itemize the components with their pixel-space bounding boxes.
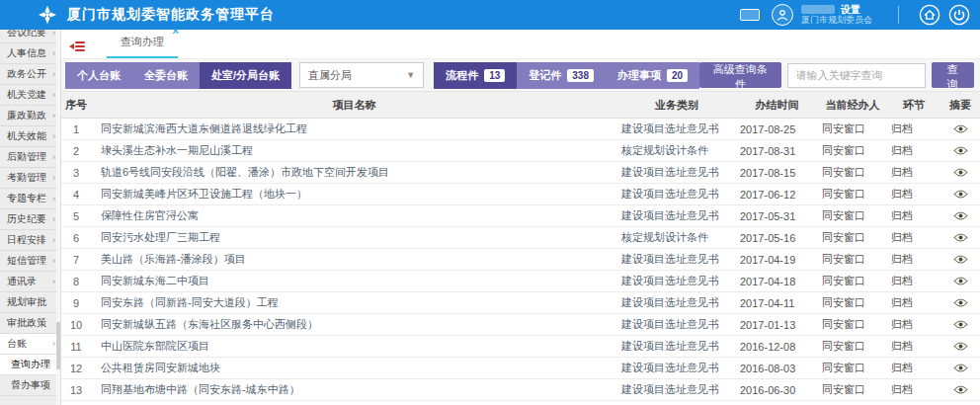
table-row[interactable]: 2埭头溪生态补水一期尼山溪工程核定规划设计条件2017-08-31同安窗口归档 [61,140,980,162]
collapse-tabs-icon[interactable] [69,40,85,51]
cell-category: 建设项目选址意见书 [617,274,736,288]
query-button[interactable]: 查询 [932,62,974,88]
cell-project-name: 中山医院东部院区项目 [91,339,617,354]
chevron-right-icon: › [52,152,55,162]
sidebar-item[interactable]: 通讯录› [0,272,60,292]
cell-category: 建设项目选址意见书 [617,382,736,397]
table-row[interactable]: 8同安新城东海二中项目建设项目选址意见书2017-04-18同安窗口归档 [61,271,980,292]
ledger-tab-group: 个人台账全委台账处室/分局台账 [65,62,291,89]
sidebar-item[interactable]: 机关效能› [0,126,60,147]
device-icon[interactable] [740,9,760,21]
counter-button[interactable]: 登记件338 [517,62,606,89]
view-detail-eye-icon[interactable] [940,276,980,287]
user-avatar-icon[interactable] [772,4,793,26]
cell-category: 核定规划设计条件 [617,230,736,245]
cell-index: 3 [61,167,91,179]
sidebar-item[interactable]: 台账› [0,334,60,355]
sidebar-item[interactable]: 机关党建› [0,85,60,106]
cell-category: 核定规划设计条件 [617,143,736,158]
table-row[interactable]: 3轨道6号线同安段沿线（阳翟、潘涂）市政地下空间开发项目建设项目选址意见书201… [61,162,980,184]
table-row[interactable]: 13同翔基地布塘中路（同安东路-城东中路）建设项目选址意见书2016-06-30… [61,379,980,401]
view-detail-eye-icon[interactable] [940,232,980,244]
sidebar-item-label: 规划审批 [7,295,46,309]
view-detail-eye-icon[interactable] [940,363,980,374]
cell-category: 建设项目选址意见书 [617,252,736,267]
table-row[interactable]: 6同安污水处理厂三期工程核定规划设计条件2017-05-16同安窗口归档 [61,227,980,249]
table-row[interactable]: 11中山医院东部院区项目建设项目选址意见书2016-12-08同安窗口归档 [61,336,980,358]
counter-badge: 13 [484,69,505,82]
column-header: 办结时间 [736,98,818,113]
cell-date: 2017-04-18 [736,276,818,287]
sidebar-scrollbar[interactable] [56,30,60,405]
ledger-tab[interactable]: 全委台账 [132,62,200,89]
sidebar-item[interactable]: 人事信息› [0,43,60,64]
sidebar-item[interactable]: 考勤管理› [0,168,60,189]
ledger-tab[interactable]: 个人台账 [65,62,132,89]
sidebar-item[interactable]: 政务公开› [0,64,60,85]
view-detail-eye-icon[interactable] [940,384,980,396]
cell-index: 10 [61,319,91,331]
view-detail-eye-icon[interactable] [940,254,980,266]
column-header: 业务类别 [617,98,736,113]
cell-stage: 归档 [887,361,940,375]
cell-handler: 同安窗口 [818,317,887,332]
tab-close-icon[interactable]: ✕ [172,26,180,37]
view-detail-eye-icon[interactable] [940,297,980,309]
counter-button[interactable]: 流程件13 [434,62,517,89]
sidebar-item-label: 查询办理 [11,358,50,371]
cell-stage: 归档 [887,274,940,288]
cell-project-name: 公共租赁房同安新城地块 [91,361,617,375]
sidebar-item[interactable]: 规划审批 [0,292,60,313]
table-row[interactable]: 12公共租赁房同安新城地块建设项目选址意见书2016-08-03同安窗口归档 [61,358,980,379]
table-row[interactable]: 7美山路（乐海路-潘涂段）项目建设项目选址意见书2017-04-19同安窗口归档 [61,249,980,271]
sidebar-item[interactable]: 短信管理› [0,251,60,272]
column-header: 环节 [887,98,940,113]
cell-stage: 归档 [887,143,940,158]
sidebar-item[interactable]: 日程安排› [0,230,60,251]
sidebar-scrollbar-thumb[interactable] [56,322,60,369]
cell-stage: 归档 [887,165,940,180]
sidebar-item[interactable]: 审批政策 [0,313,60,334]
cell-handler: 同安窗口 [818,122,887,136]
sidebar-item[interactable]: 专题专栏› [0,189,60,209]
power-icon[interactable] [948,4,970,26]
table-row[interactable]: 5保障性住房官浔公寓建设项目选址意见书2017-05-31同安窗口归档 [61,205,980,227]
sidebar-item-label: 后勤管理 [7,150,46,164]
home-icon[interactable] [919,4,940,26]
sidebar-item[interactable]: 查询办理 [0,355,60,375]
sidebar-item[interactable]: 后勤管理› [0,147,60,168]
table-row[interactable]: 9同安东路（同新路-同安大道段）工程建设项目选址意见书2017-04-11同安窗… [61,292,980,314]
keyword-search-input[interactable] [787,63,926,88]
view-detail-eye-icon[interactable] [940,210,980,222]
table-row[interactable]: 1同安新城滨海西大道东侧道路退线绿化工程建设项目选址意见书2017-08-25同… [61,119,980,140]
counter-label: 登记件 [529,68,561,83]
advanced-query-button[interactable]: 高级查询条件 [699,62,780,88]
cell-handler: 同安窗口 [818,230,887,245]
branch-select[interactable]: 直属分局 ▼ [299,62,424,88]
ledger-tab[interactable]: 处室/分局台账 [200,62,291,89]
cell-project-name: 美山路（乐海路-潘涂段）项目 [91,252,617,267]
cell-category: 建设项目选址意见书 [617,187,736,202]
table-header-row: 序号项目名称业务类别办结时间当前经办人环节摘要 [61,92,980,119]
tab-query-processing[interactable]: 查询办理 ✕ [107,35,178,58]
settings-link[interactable]: 设置 [841,4,860,15]
filter-bar: 个人台账全委台账处室/分局台账 直属分局 ▼ 流程件13登记件338办理事项20… [61,59,980,92]
cell-handler: 同安窗口 [818,252,887,267]
view-detail-eye-icon[interactable] [940,123,980,135]
counter-button[interactable]: 办理事项20 [606,62,699,89]
view-detail-eye-icon[interactable] [940,145,980,157]
table-row[interactable]: 10同安新城纵五路（东海社区服务中心西侧段）建设项目选址意见书2017-01-1… [61,314,980,336]
cell-project-name: 埭头溪生态补水一期尼山溪工程 [91,143,617,158]
sidebar-item[interactable]: 督办事项 [0,375,60,396]
sidebar-item[interactable]: 历史纪要› [0,209,60,230]
view-detail-eye-icon[interactable] [940,319,980,331]
cell-handler: 同安窗口 [818,143,887,158]
view-detail-eye-icon[interactable] [940,341,980,353]
view-detail-eye-icon[interactable] [940,189,980,201]
table-row[interactable]: 4同安新城美峰片区环卫设施工程（地块一）建设项目选址意见书2017-06-12同… [61,184,980,205]
sidebar-item[interactable]: 廉政勤政› [0,106,60,126]
column-header: 当前经办人 [818,98,887,113]
sidebar-item[interactable]: 会议纪要› [0,30,60,43]
view-detail-eye-icon[interactable] [940,167,980,179]
cell-index: 4 [61,189,91,201]
